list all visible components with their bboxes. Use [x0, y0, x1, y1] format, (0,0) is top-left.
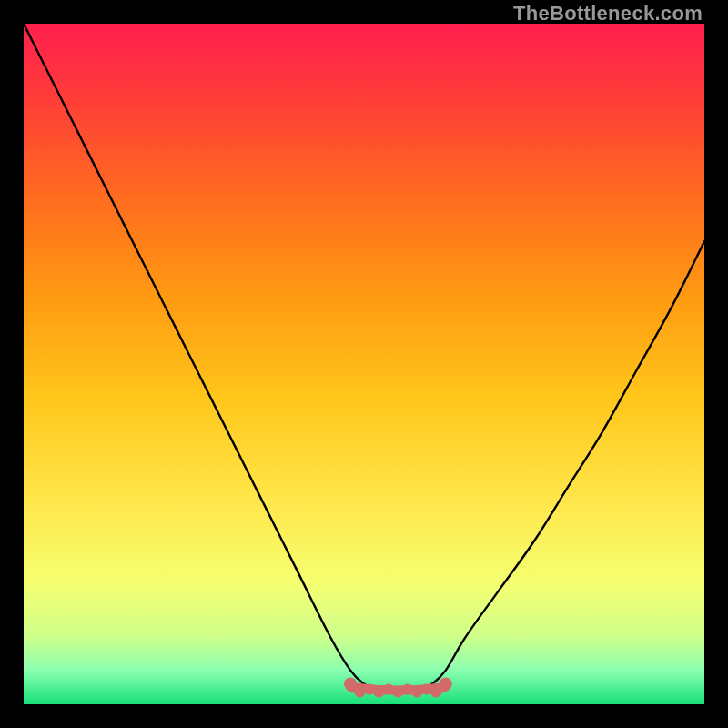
trough-accent [350, 687, 446, 691]
chart-frame: TheBottleneck.com [0, 0, 728, 728]
watermark-label: TheBottleneck.com [513, 2, 703, 25]
trough-marker [440, 678, 452, 691]
bottleneck-plot [24, 24, 704, 704]
chart-canvas [24, 24, 704, 704]
gradient-bg [24, 24, 704, 704]
